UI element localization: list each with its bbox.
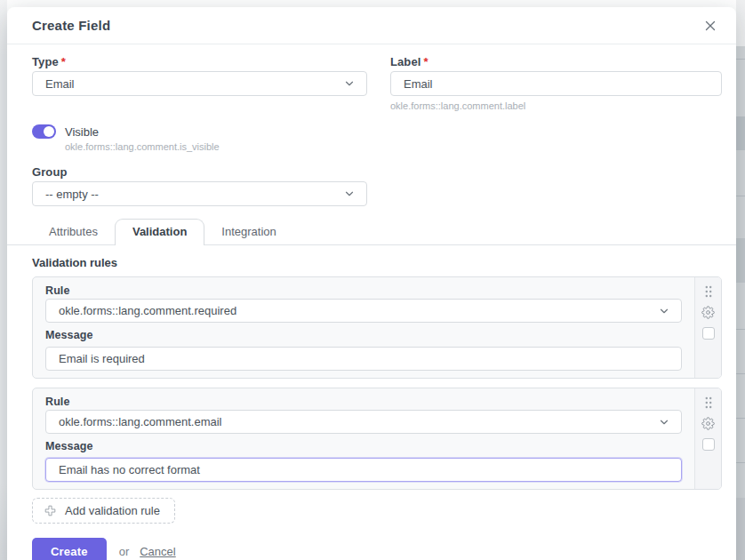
- modal-header: Create Field: [7, 7, 736, 44]
- group-label: Group: [32, 165, 367, 180]
- rule-settings-button[interactable]: [701, 417, 715, 430]
- rule-card-main: Rule okle.forms::lang.comment.required M…: [33, 277, 694, 378]
- plus-icon: [44, 504, 57, 517]
- visible-toggle-row: Visible: [32, 124, 722, 139]
- background-band: [736, 498, 745, 560]
- message-input-focused[interactable]: [45, 458, 682, 482]
- rule-label: Rule: [45, 284, 682, 297]
- gear-icon: [701, 306, 715, 319]
- background-page-left-strip: [0, 0, 7, 560]
- tab-validation[interactable]: Validation: [115, 219, 204, 245]
- type-field-group: Type* Email: [32, 55, 367, 112]
- rule-label: Rule: [45, 396, 682, 408]
- background-row-line: [736, 418, 745, 419]
- rule-card-rail: [694, 277, 721, 378]
- background-row-line: [736, 329, 745, 330]
- background-row-line: [736, 196, 745, 196]
- background-row-line: [736, 462, 745, 463]
- gear-icon: [701, 417, 715, 430]
- create-button[interactable]: Create: [32, 538, 107, 560]
- visible-toggle[interactable]: [32, 124, 56, 139]
- message-label: Message: [45, 440, 682, 452]
- label-label: Label*: [390, 55, 722, 69]
- chevron-down-icon: [343, 188, 356, 200]
- chevron-down-icon: [658, 416, 670, 428]
- visible-toggle-label: Visible: [65, 125, 99, 139]
- chevron-down-icon: [343, 77, 356, 90]
- type-label: Type*: [32, 55, 367, 69]
- rule-checkbox[interactable]: [702, 438, 715, 451]
- required-asterisk: *: [61, 55, 66, 68]
- group-select[interactable]: -- empty --: [32, 181, 367, 206]
- label-helper-text: okle.forms::lang.comment.label: [390, 100, 722, 112]
- add-validation-rule-label: Add validation rule: [65, 504, 160, 517]
- background-table-header-band: [736, 116, 745, 150]
- close-icon: [702, 18, 718, 34]
- tab-attributes[interactable]: Attributes: [32, 220, 115, 244]
- type-select[interactable]: Email: [32, 71, 367, 96]
- visible-helper-text: okle.forms::lang.comment.is_visible: [65, 141, 722, 153]
- close-button[interactable]: [701, 16, 720, 36]
- rule-select-value: okle.forms::lang.comment.required: [59, 304, 236, 317]
- rule-card-main: Rule okle.forms::lang.comment.email Mess…: [33, 388, 694, 489]
- background-band: [736, 238, 745, 283]
- toggle-knob: [44, 126, 54, 137]
- background-row-line: [736, 373, 745, 374]
- message-input[interactable]: [45, 347, 682, 371]
- background-page-right-strip: [736, 0, 745, 560]
- validation-rule-card: Rule okle.forms::lang.comment.required M…: [32, 276, 722, 379]
- modal-title: Create Field: [32, 18, 110, 33]
- modal-body: Type* Email Label* okle.forms::lang.comm…: [7, 44, 736, 560]
- rule-card-rail: [694, 388, 721, 489]
- rule-checkbox[interactable]: [702, 327, 715, 340]
- or-text: or: [119, 545, 130, 558]
- drag-handle-icon[interactable]: [704, 285, 713, 298]
- tab-integration[interactable]: Integration: [204, 220, 292, 244]
- create-field-modal: Create Field Type* Email Label*: [7, 7, 736, 560]
- validation-rule-card: Rule okle.forms::lang.comment.email Mess…: [32, 388, 722, 490]
- label-field-group: Label* okle.forms::lang.comment.label: [390, 55, 722, 112]
- rule-select[interactable]: okle.forms::lang.comment.email: [45, 410, 682, 434]
- group-select-value: -- empty --: [45, 188, 99, 201]
- chevron-down-icon: [658, 305, 670, 317]
- group-field-group: Group -- empty --: [32, 165, 367, 206]
- required-asterisk: *: [423, 55, 428, 68]
- background-row-line: [736, 59, 745, 60]
- rule-select[interactable]: okle.forms::lang.comment.required: [45, 299, 682, 323]
- modal-footer: Create or Cancel: [32, 538, 722, 560]
- tab-bar: Attributes Validation Integration: [7, 220, 736, 245]
- message-label: Message: [45, 329, 682, 341]
- drag-handle-icon[interactable]: [704, 396, 713, 409]
- cancel-link[interactable]: Cancel: [140, 545, 175, 558]
- rule-select-value: okle.forms::lang.comment.email: [59, 415, 222, 428]
- type-select-value: Email: [45, 77, 75, 91]
- add-validation-rule-button[interactable]: Add validation rule: [32, 498, 175, 524]
- validation-rules-heading: Validation rules: [32, 256, 722, 269]
- background-band: [736, 0, 745, 46]
- label-input[interactable]: [390, 71, 722, 96]
- rule-settings-button[interactable]: [701, 306, 715, 319]
